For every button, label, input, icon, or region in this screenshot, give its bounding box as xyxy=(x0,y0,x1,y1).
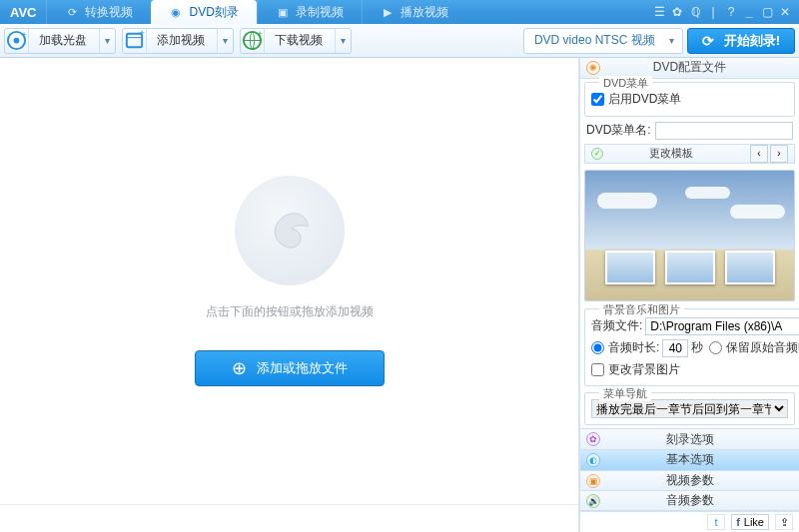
tab-dvd-burn[interactable]: ◉ DVD刻录 xyxy=(151,0,256,24)
twitter-icon[interactable]: t xyxy=(707,514,725,530)
template-preview[interactable] xyxy=(584,170,795,301)
title-bar: AVC ⟳ 转换视频 ◉ DVD刻录 ▣ 录制视频 ▶ 播放视频 ☰ ✿ ℚ |… xyxy=(0,0,799,24)
menu-nav-select[interactable]: 播放完最后一章节后回到第一章节 xyxy=(591,399,788,418)
facebook-icon: f xyxy=(736,516,740,528)
svg-text:+: + xyxy=(257,29,263,39)
burn-label: 开始刻录! xyxy=(724,32,780,50)
tab-play[interactable]: ▶ 播放视频 xyxy=(362,0,466,24)
refresh-icon: ⟳ xyxy=(702,33,714,49)
section-label: 音频参数 xyxy=(610,492,769,509)
toolbar: + 加载光盘 ▾ + 添加视频 ▾ + 下载视频 ▾ DVD video NTS… xyxy=(0,24,799,58)
main-stage: 点击下面的按钮或拖放添加视频 ⊕ 添加或拖放文件 xyxy=(0,58,579,532)
stage-statusbar xyxy=(0,504,578,532)
record-icon: ▣ xyxy=(276,5,290,19)
section-label: 基本选项 xyxy=(610,451,769,468)
group-label: 背景音乐和图片 xyxy=(599,302,684,317)
section-audio-params[interactable]: 🔊 音频参数 xyxy=(580,490,799,511)
enable-dvd-menu-checkbox[interactable] xyxy=(591,93,604,106)
facebook-like-button[interactable]: f Like xyxy=(731,514,769,530)
template-slot xyxy=(665,251,715,284)
chevron-down-icon: ▾ xyxy=(217,29,233,53)
toolbar-label: 加载光盘 xyxy=(29,32,99,49)
section-video-params[interactable]: ▣ 视频参数 xyxy=(580,470,799,491)
tab-label: 转换视频 xyxy=(85,4,133,21)
svg-text:+: + xyxy=(21,29,27,40)
change-bg-image-label: 更改背景图片 xyxy=(608,361,799,378)
section-basic-options[interactable]: ◐ 基本选项 xyxy=(580,449,799,470)
gear-icon: ✿ xyxy=(586,432,600,446)
help-icon[interactable]: ? xyxy=(723,4,739,20)
menu-nav-group: 菜单导航 播放完最后一章节后回到第一章节 xyxy=(584,392,795,426)
chevron-down-icon: ▾ xyxy=(669,35,674,46)
toolbar-label: 添加视频 xyxy=(147,32,217,49)
menu-name-label: DVD菜单名: xyxy=(586,122,651,139)
keep-audio-duration-radio[interactable] xyxy=(709,341,722,354)
share-icon[interactable]: ⇪ xyxy=(775,514,793,530)
play-icon: ▶ xyxy=(381,5,395,19)
tab-record[interactable]: ▣ 录制视频 xyxy=(257,0,362,24)
output-profile-dropdown[interactable]: DVD video NTSC 视频 ▾ xyxy=(523,28,683,54)
section-label: 刻录选项 xyxy=(610,431,769,448)
tab-label: DVD刻录 xyxy=(189,4,238,21)
menu-name-input[interactable] xyxy=(655,122,793,140)
template-slot xyxy=(605,251,655,284)
social-footer: t f Like ⇪ xyxy=(580,511,799,532)
maximize-icon[interactable]: ▢ xyxy=(759,4,775,20)
template-next-button[interactable]: › xyxy=(770,145,788,163)
drop-hint: 点击下面的按钮或拖放添加视频 xyxy=(206,303,374,320)
disc-icon: ◉ xyxy=(169,5,183,19)
template-slot xyxy=(725,251,775,284)
change-template-label: 更改模板 xyxy=(611,146,730,161)
add-drop-files-button[interactable]: ⊕ 添加或拖放文件 xyxy=(195,350,385,386)
svg-point-1 xyxy=(14,38,20,44)
flame-icon: ✺ xyxy=(586,61,600,75)
like-label: Like xyxy=(744,516,764,528)
main-tabs: ⟳ 转换视频 ◉ DVD刻录 ▣ 录制视频 ▶ 播放视频 xyxy=(46,0,651,24)
window-buttons: ☰ ✿ ℚ | ? _ ▢ ✕ xyxy=(651,4,799,20)
change-bg-image-checkbox[interactable] xyxy=(591,363,604,376)
section-burn-options[interactable]: ✿ 刻录选项 xyxy=(580,428,799,449)
tab-label: 播放视频 xyxy=(400,4,448,21)
disc-plus-icon: + xyxy=(5,29,29,53)
start-burn-button[interactable]: ⟳ 开始刻录! xyxy=(687,28,795,54)
load-disc-button[interactable]: + 加载光盘 ▾ xyxy=(4,28,116,54)
cycle-icon: ⟳ xyxy=(65,5,79,19)
svg-text:+: + xyxy=(139,29,145,38)
globe-plus-icon: + xyxy=(241,29,265,53)
toolbar-label: 下载视频 xyxy=(265,32,335,49)
audio-duration-radio[interactable] xyxy=(591,341,604,354)
minimize-icon[interactable]: _ xyxy=(741,4,757,20)
section-label: 视频参数 xyxy=(610,472,769,489)
group-label: 菜单导航 xyxy=(599,386,651,401)
audio-file-label: 音频文件: xyxy=(591,317,642,334)
leaf-disc-icon xyxy=(235,176,345,285)
panel-title: DVD配置文件 xyxy=(608,59,771,76)
keep-audio-duration-label: 保留原始音频时长 xyxy=(726,339,799,356)
drop-area[interactable]: 点击下面的按钮或拖放添加视频 ⊕ 添加或拖放文件 xyxy=(0,58,578,504)
template-prev-button[interactable]: ‹ xyxy=(750,145,768,163)
audio-duration-label: 音频时长: xyxy=(608,339,659,356)
chevron-down-icon: ▾ xyxy=(335,29,351,53)
check-circle-icon: ✓ xyxy=(591,148,603,160)
add-drop-label: 添加或拖放文件 xyxy=(257,359,348,377)
film-plus-icon: + xyxy=(123,29,147,53)
bgm-group: 背景音乐和图片 音频文件: 打开 音频时长: 秒 保留原始音频时长 更改背景图片… xyxy=(584,308,799,386)
add-video-button[interactable]: + 添加视频 ▾ xyxy=(122,28,234,54)
audio-file-input[interactable] xyxy=(645,317,799,335)
audio-duration-input[interactable] xyxy=(662,339,688,357)
tab-convert[interactable]: ⟳ 转换视频 xyxy=(46,0,151,24)
key-icon[interactable]: ℚ xyxy=(687,4,703,20)
video-icon: ▣ xyxy=(586,474,600,488)
menu-icon[interactable]: ☰ xyxy=(651,4,667,20)
profile-label: DVD video NTSC 视频 xyxy=(534,32,655,49)
group-label: DVD菜单 xyxy=(599,76,652,91)
download-video-button[interactable]: + 下载视频 ▾ xyxy=(240,28,352,54)
app-logo: AVC xyxy=(0,5,46,20)
close-icon[interactable]: ✕ xyxy=(777,4,793,20)
enable-dvd-menu-label: 启用DVD菜单 xyxy=(608,91,681,108)
tab-label: 录制视频 xyxy=(296,4,344,21)
gear-icon[interactable]: ✿ xyxy=(669,4,685,20)
right-sidebar: ✺ DVD配置文件 DVD菜单 启用DVD菜单 DVD菜单名: ✓ 更改模板 ‹… xyxy=(579,58,799,532)
change-template-header: ✓ 更改模板 ‹ › xyxy=(584,144,795,164)
plus-circle-icon: ⊕ xyxy=(232,357,247,379)
